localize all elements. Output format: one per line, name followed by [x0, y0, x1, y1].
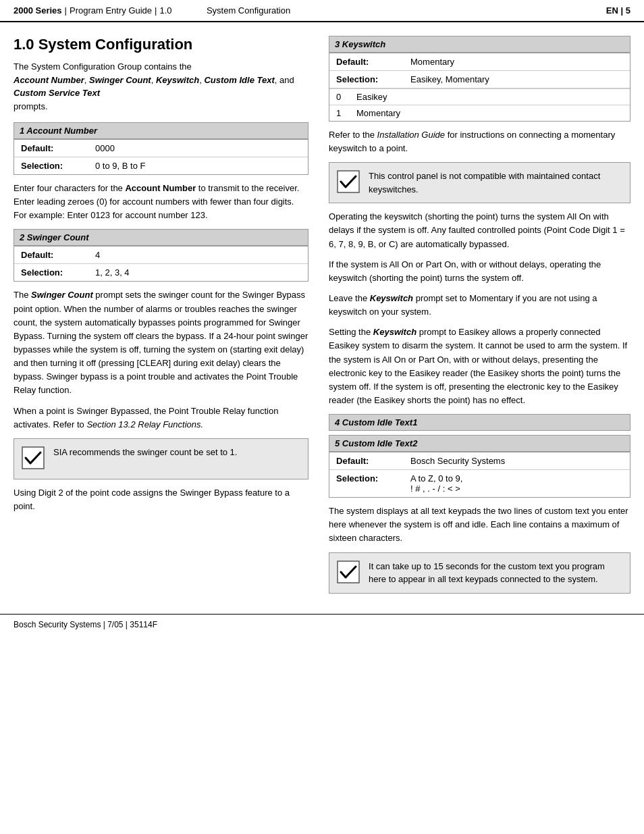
keyswitch-opt-num-0: 0: [336, 92, 356, 102]
checkbox-icon-3: [336, 560, 360, 584]
header-program: Program Entry Guide: [70, 5, 152, 16]
swinger-default-label: Default:: [21, 250, 95, 260]
right-column: 3 Keyswitch Default: Momentary Selection…: [322, 36, 630, 600]
custom-idle-text1-header: 4 Custom Idle Text1: [329, 414, 630, 431]
custom-note-box: It can take up to 15 seconds for the cus…: [329, 552, 630, 594]
header-lang: EN: [606, 5, 618, 16]
swinger-body2: When a point is Swinger Bypassed, the Po…: [14, 405, 308, 432]
keyswitch-default-label: Default:: [336, 57, 410, 67]
custom-note-content: It can take up to 15 seconds for the cus…: [369, 561, 605, 585]
keyswitch-option-1: 1 Momentary: [329, 105, 630, 121]
custom-note-icon: [336, 560, 360, 586]
swinger-body3-text: Using Digit 2 of the point code assigns …: [14, 488, 290, 511]
keyswitch-opt-label-1: Momentary: [356, 108, 623, 118]
keyswitch-body4-bold: Keyswitch: [373, 327, 417, 337]
account-default-value: 0000: [95, 143, 301, 153]
keyswitch-body3-bold: Keyswitch: [370, 293, 413, 303]
left-column: 1.0 System Configuration The System Conf…: [14, 36, 322, 600]
footer: Bosch Security Systems | 7/05 | 35114F: [0, 614, 644, 635]
custom-default-value: Bosch Security Systems: [410, 456, 623, 466]
keyswitch-selection-label: Selection:: [336, 74, 410, 84]
swinger-default-value: 4: [95, 250, 301, 260]
intro-and: , and: [275, 75, 294, 85]
sia-note-content: SIA recommends the swinger count be set …: [53, 447, 237, 457]
header-title: System Configuration: [207, 5, 290, 16]
header-bar: 2000 Series | Program Entry Guide | 1.0 …: [0, 0, 644, 22]
sia-note-box: SIA recommends the swinger count be set …: [14, 438, 308, 479]
sia-note-icon: [21, 446, 45, 472]
custom-idle-text2-table: Default: Bosch Security Systems Selectio…: [329, 452, 630, 498]
keyswitch-note-content: This control panel is not compatible wit…: [369, 171, 600, 194]
keyswitch-body4: Setting the Keyswitch prompt to Easikey …: [329, 325, 630, 407]
header-right: EN | 5: [606, 5, 630, 16]
swinger-default-row: Default: 4: [14, 246, 308, 264]
custom-idle-text2-header: 5 Custom Idle Text2: [329, 435, 630, 452]
account-number-table: Default: 0000 Selection: 0 to 9, B to F: [14, 139, 308, 175]
custom-selection-label: Selection:: [336, 473, 410, 494]
custom-selection-row: Selection: A to Z, 0 to 9,! # , . - / : …: [329, 470, 630, 497]
header-spacer: [175, 5, 204, 16]
keyswitch-body2-text: If the system is All On or Part On, with…: [329, 259, 601, 283]
header-version: 1.0: [159, 5, 171, 16]
swinger-count-bold: Swinger Count: [31, 290, 93, 300]
keyswitch-body3: Leave the Keyswitch prompt set to Moment…: [329, 292, 630, 319]
account-selection-value: 0 to 9, B to F: [95, 161, 301, 171]
keyswitch-opt-num-1: 1: [336, 108, 356, 118]
custom-body-text: The system displays at all text keypads …: [329, 506, 628, 543]
keyswitch-body2: If the system is All On or Part On, with…: [329, 258, 630, 285]
keyswitch-default-value: Momentary: [410, 57, 623, 67]
checkbox-icon-2: [336, 170, 360, 194]
keyswitch-option-0: 0 Easikey: [329, 88, 630, 105]
account-default-label: Default:: [21, 143, 95, 153]
keyswitch-body1: Operating the keyswitch (shorting the po…: [329, 210, 630, 251]
intro-suffix: prompts.: [14, 101, 48, 111]
header-sep3: |: [621, 5, 626, 16]
custom-selection-value: A to Z, 0 to 9,! # , . - / : < >: [410, 473, 623, 494]
keyswitch-note-box: This control panel is not compatible wit…: [329, 162, 630, 203]
keyswitch-body1-text: Operating the keyswitch (shorting the po…: [329, 211, 625, 249]
swinger-body1: The Swinger Count prompt sets the swinge…: [14, 288, 308, 397]
intro-items: Account Number: [14, 75, 84, 85]
keyswitch-opt-label-0: Easikey: [356, 92, 623, 102]
header-left: 2000 Series | Program Entry Guide | 1.0 …: [14, 5, 290, 16]
intro-comma2: ,: [151, 75, 156, 85]
keyswitch-selection-row: Selection: Easikey, Momentary: [329, 71, 630, 88]
intro-custom2: Custom Service Text: [14, 88, 100, 98]
header-series: 2000 Series: [14, 5, 62, 16]
keyswitch-note-icon: [336, 170, 360, 196]
account-bold: Account Number: [125, 183, 196, 193]
custom-note-text: It can take up to 15 seconds for the cus…: [369, 560, 623, 586]
account-body: Enter four characters for the Account Nu…: [14, 182, 308, 222]
account-selection-label: Selection:: [21, 161, 95, 171]
page-title: 1.0 System Configuration: [14, 36, 308, 53]
intro-custom1: Custom Idle Text: [204, 75, 274, 85]
header-page: 5: [626, 5, 630, 16]
header-sep2: |: [155, 5, 157, 16]
custom-body: The system displays at all text keypads …: [329, 504, 630, 545]
footer-text: Bosch Security Systems | 7/05 | 35114F: [14, 620, 157, 629]
custom-default-label: Default:: [336, 456, 410, 466]
swinger-count-header: 2 Swinger Count: [14, 229, 308, 246]
custom-default-row: Default: Bosch Security Systems: [329, 452, 630, 470]
checkbox-icon: [21, 446, 45, 470]
intro-comma1: ,: [84, 75, 89, 85]
swinger-refer-italic: Section 13.2 Relay Functions.: [86, 419, 203, 429]
intro-swinger: Swinger Count: [89, 75, 151, 85]
account-selection-row: Selection: 0 to 9, B to F: [14, 157, 308, 174]
sia-note-text: SIA recommends the swinger count be set …: [53, 446, 237, 459]
swinger-count-table: Default: 4 Selection: 1, 2, 3, 4: [14, 246, 308, 282]
keyswitch-refer-italic: Installation Guide: [377, 130, 445, 140]
account-default-row: Default: 0000: [14, 140, 308, 157]
intro-keyswitch: Keyswitch: [156, 75, 199, 85]
main-content: 1.0 System Configuration The System Conf…: [0, 22, 644, 600]
keyswitch-refer: Refer to the Installation Guide for inst…: [329, 128, 630, 155]
keyswitch-header: 3 Keyswitch: [329, 36, 630, 53]
keyswitch-table: Default: Momentary Selection: Easikey, M…: [329, 53, 630, 122]
swinger-selection-value: 1, 2, 3, 4: [95, 267, 301, 278]
keyswitch-note-text: This control panel is not compatible wit…: [369, 170, 623, 196]
swinger-body3: Using Digit 2 of the point code assigns …: [14, 486, 308, 513]
keyswitch-selection-value: Easikey, Momentary: [410, 74, 623, 84]
intro-text: The System Configuration Group contains …: [14, 61, 192, 72]
swinger-selection-row: Selection: 1, 2, 3, 4: [14, 264, 308, 281]
header-sep1: |: [65, 5, 67, 16]
